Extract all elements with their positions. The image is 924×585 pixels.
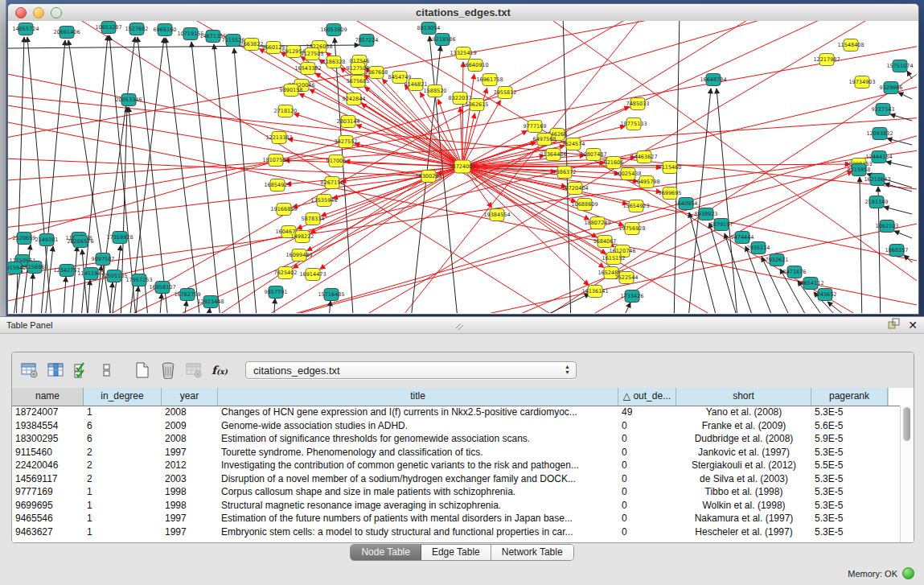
column-header-year[interactable]: year (162, 388, 218, 406)
graph-node-label: 1527602 (125, 26, 149, 32)
citation-edge-black[interactable] (234, 48, 257, 313)
network-graph[interactable]: 1405572420691406106532871527602696616010… (8, 21, 917, 313)
table-cell: 22420046 (12, 459, 84, 472)
citation-edge-black[interactable] (898, 93, 912, 99)
graph-node-label: 3684067 (593, 238, 617, 245)
table-cell: 5.3E-5 (811, 499, 888, 513)
citation-edge-red[interactable] (462, 113, 474, 167)
column-header-pagerank[interactable]: pagerank (811, 388, 888, 406)
tab-network-table[interactable]: Network Table (491, 545, 573, 560)
table-selector-dropdown[interactable]: citations_edges.txt ▲▼ (245, 361, 577, 379)
table-row[interactable]: 1830029562008Estimation of significance … (12, 432, 901, 446)
close-window-icon[interactable] (15, 7, 27, 19)
table-row[interactable]: 1456911722003Disruption of a novel membe… (12, 472, 901, 486)
table-vertical-scrollbar[interactable] (900, 406, 914, 542)
graph-node-label: 13535946 (310, 197, 337, 204)
table-row[interactable]: 1872400712008Changes of HCN gene express… (12, 406, 901, 419)
citation-edge-black[interactable] (44, 246, 53, 313)
table-settings-icon[interactable] (18, 358, 41, 382)
citation-edge-black[interactable] (109, 282, 113, 313)
table-row[interactable]: 2242004622012Investigating the contribut… (12, 459, 901, 472)
citation-edge-red[interactable] (462, 167, 627, 204)
column-header-name[interactable]: name (12, 388, 84, 406)
table-cell: Disruption of a novel member of a sodium… (218, 472, 618, 486)
table-cell: Tibbo et al. (1998) (676, 485, 811, 499)
new-document-icon[interactable] (131, 358, 154, 382)
graph-node-label: 15654923 (622, 203, 649, 209)
network-canvas[interactable]: 1405572420691406106532871527602696616010… (8, 21, 918, 314)
graph-node-label: 18300295 (415, 173, 441, 179)
zoom-window-icon[interactable] (51, 7, 62, 19)
column-visibility-icon[interactable] (44, 358, 67, 382)
column-header-short[interactable]: short (676, 388, 811, 406)
scrollbar-thumb[interactable] (903, 407, 910, 441)
window-titlebar[interactable]: citations_edges.txt (8, 4, 918, 22)
minimize-window-icon[interactable] (33, 7, 44, 19)
citation-edge-black[interactable] (717, 89, 738, 313)
table-row[interactable]: 946362711997Embryonic stem cells: a mode… (12, 525, 901, 539)
graph-node-label: 9127503 (301, 51, 324, 57)
citation-edge-black[interactable] (884, 207, 912, 214)
citation-edge-black[interactable] (63, 277, 66, 313)
table-cell: 19384554 (12, 419, 84, 433)
table-row[interactable]: 1938455462009Genome-wide association stu… (12, 419, 901, 433)
table-cell: 18300295 (12, 432, 84, 446)
graph-node-label: 6879197 (710, 221, 733, 228)
citation-edge-black[interactable] (31, 274, 33, 313)
citation-edge-black[interactable] (886, 162, 912, 167)
row-height-icon[interactable] (96, 358, 118, 382)
citation-edge-black[interactable] (523, 294, 589, 313)
citation-edge-black[interactable] (885, 183, 912, 192)
citation-edge-red[interactable] (299, 93, 462, 167)
citation-edge-black[interactable] (129, 38, 164, 313)
citation-edge-black[interactable] (207, 308, 210, 313)
tab-node-table[interactable]: Node Table (351, 545, 421, 560)
table-cell: Yano et al. (2008) (676, 406, 811, 419)
citation-edge-black[interactable] (191, 42, 221, 313)
function-builder-icon[interactable]: f(x) (208, 358, 231, 382)
table-row[interactable]: 969969511998Structural magnetic resonanc… (12, 499, 901, 513)
table-cell: 1997 (162, 525, 218, 539)
citation-edge-black[interactable] (328, 301, 331, 313)
table-cell: 1998 (162, 499, 218, 513)
background-window-edge (0, 0, 6, 316)
graph-node-label: 12342757 (53, 267, 80, 274)
citation-edge-black[interactable] (904, 255, 912, 262)
citation-edge-red[interactable] (462, 74, 474, 167)
divider-grip-icon[interactable] (455, 319, 463, 333)
citation-edge-black[interactable] (860, 177, 862, 313)
citation-edge-black[interactable] (887, 138, 912, 145)
citation-edge-red[interactable] (8, 158, 429, 176)
table-cell: 0 (618, 459, 676, 472)
table-row[interactable]: 977716911998Corpus callosum shape and si… (12, 485, 901, 499)
table-header-row: namein_degreeyeartitle△ out_de...shortpa… (12, 388, 914, 406)
table-body[interactable]: 1872400712008Changes of HCN gene express… (12, 406, 901, 542)
header-filler (888, 388, 914, 406)
citation-edge-black[interactable] (138, 37, 169, 313)
graph-node-label: 17359928 (106, 234, 133, 241)
citation-edge-red[interactable] (462, 62, 463, 167)
graph-node-label: 19734903 (848, 79, 875, 85)
column-header-in_degree[interactable]: in_degree (84, 388, 162, 406)
citation-edge-black[interactable] (71, 246, 77, 313)
table-row[interactable]: 946554611997Estimation of the future num… (12, 512, 901, 525)
citation-edge-red[interactable] (462, 126, 625, 167)
tab-edge-table[interactable]: Edge Table (421, 545, 491, 560)
citation-edge-black[interactable] (166, 38, 201, 313)
graph-node-label: 20053346 (115, 97, 142, 103)
table-row[interactable]: 911546021997Tourette syndrome. Phenomeno… (12, 446, 901, 459)
citation-edge-black[interactable] (159, 294, 162, 313)
delete-icon[interactable] (157, 358, 179, 382)
citation-edge-black[interactable] (894, 231, 912, 238)
close-panel-icon[interactable]: ✕ (908, 317, 918, 333)
table-cell: 18724007 (12, 406, 84, 419)
citation-edge-black[interactable] (87, 280, 90, 313)
citation-edge-black[interactable] (619, 303, 630, 313)
delete-table-disabled-icon[interactable] (183, 358, 205, 382)
column-header-out_de[interactable]: △ out_de... (618, 388, 676, 406)
float-panel-icon[interactable] (888, 318, 900, 332)
citation-edge-black[interactable] (907, 71, 912, 79)
column-header-title[interactable]: title (218, 388, 618, 406)
table-cell: 1 (84, 485, 162, 499)
selection-mode-icon[interactable] (70, 358, 92, 382)
